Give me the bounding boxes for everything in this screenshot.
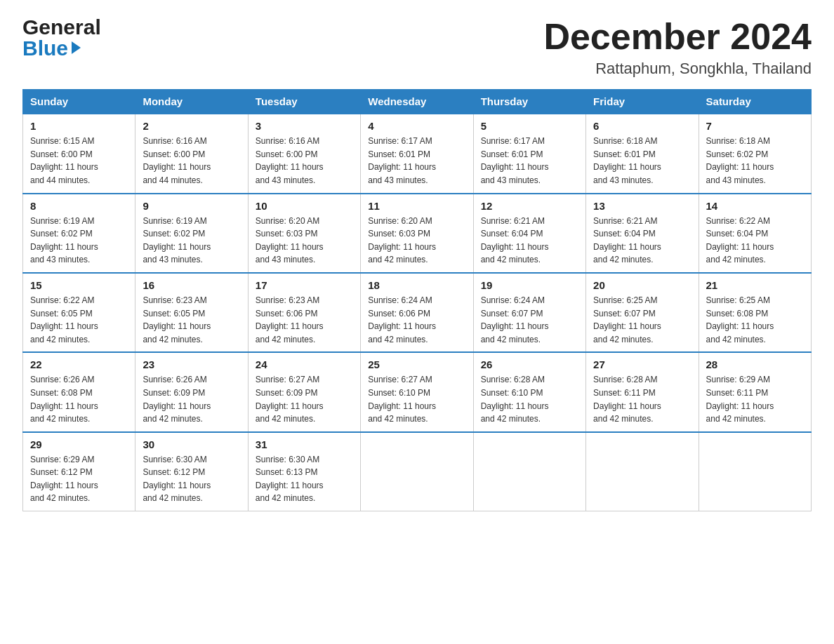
table-row: 28 Sunrise: 6:29 AM Sunset: 6:11 PM Dayl… (699, 352, 811, 431)
header-monday: Monday (135, 90, 248, 114)
logo: General Blue (22, 17, 101, 59)
table-row: 25 Sunrise: 6:27 AM Sunset: 6:10 PM Dayl… (361, 352, 473, 431)
day-number: 11 (368, 200, 465, 212)
day-info: Sunrise: 6:23 AM Sunset: 6:05 PM Dayligh… (143, 294, 240, 346)
day-info: Sunrise: 6:25 AM Sunset: 6:07 PM Dayligh… (593, 294, 691, 346)
week-row-3: 15 Sunrise: 6:22 AM Sunset: 6:05 PM Dayl… (23, 273, 812, 352)
day-info: Sunrise: 6:19 AM Sunset: 6:02 PM Dayligh… (30, 215, 128, 267)
day-info: Sunrise: 6:29 AM Sunset: 6:12 PM Dayligh… (30, 453, 128, 505)
table-row: 8 Sunrise: 6:19 AM Sunset: 6:02 PM Dayli… (23, 194, 135, 273)
page-header: General Blue December 2024 Rattaphum, So… (22, 17, 812, 78)
day-info: Sunrise: 6:23 AM Sunset: 6:06 PM Dayligh… (256, 294, 353, 346)
week-row-1: 1 Sunrise: 6:15 AM Sunset: 6:00 PM Dayli… (23, 114, 812, 193)
day-number: 23 (143, 358, 240, 370)
day-info: Sunrise: 6:26 AM Sunset: 6:09 PM Dayligh… (143, 373, 240, 425)
logo-blue: Blue (22, 38, 101, 59)
day-number: 8 (30, 200, 128, 212)
day-number: 10 (256, 200, 353, 212)
day-number: 19 (481, 279, 578, 291)
table-row: 27 Sunrise: 6:28 AM Sunset: 6:11 PM Dayl… (586, 352, 699, 431)
table-row: 15 Sunrise: 6:22 AM Sunset: 6:05 PM Dayl… (23, 273, 135, 352)
day-number: 13 (593, 200, 691, 212)
day-number: 2 (143, 120, 240, 132)
day-info: Sunrise: 6:22 AM Sunset: 6:05 PM Dayligh… (30, 294, 128, 346)
day-info: Sunrise: 6:15 AM Sunset: 6:00 PM Dayligh… (30, 135, 128, 187)
day-number: 21 (706, 279, 804, 291)
calendar-header-row: SundayMondayTuesdayWednesdayThursdayFrid… (23, 90, 812, 114)
day-info: Sunrise: 6:25 AM Sunset: 6:08 PM Dayligh… (706, 294, 804, 346)
day-info: Sunrise: 6:27 AM Sunset: 6:09 PM Dayligh… (256, 373, 353, 425)
day-number: 25 (368, 358, 465, 370)
header-wednesday: Wednesday (361, 90, 473, 114)
day-info: Sunrise: 6:24 AM Sunset: 6:07 PM Dayligh… (481, 294, 578, 346)
day-info: Sunrise: 6:16 AM Sunset: 6:00 PM Dayligh… (256, 135, 353, 187)
day-info: Sunrise: 6:20 AM Sunset: 6:03 PM Dayligh… (368, 215, 465, 267)
day-info: Sunrise: 6:30 AM Sunset: 6:12 PM Dayligh… (143, 453, 240, 505)
table-row: 3 Sunrise: 6:16 AM Sunset: 6:00 PM Dayli… (248, 114, 360, 193)
table-row: 9 Sunrise: 6:19 AM Sunset: 6:02 PM Dayli… (135, 194, 248, 273)
table-row (699, 432, 811, 511)
table-row: 17 Sunrise: 6:23 AM Sunset: 6:06 PM Dayl… (248, 273, 360, 352)
day-info: Sunrise: 6:26 AM Sunset: 6:08 PM Dayligh… (30, 373, 128, 425)
week-row-5: 29 Sunrise: 6:29 AM Sunset: 6:12 PM Dayl… (23, 432, 812, 511)
day-info: Sunrise: 6:30 AM Sunset: 6:13 PM Dayligh… (256, 453, 353, 505)
day-number: 4 (368, 120, 465, 132)
table-row: 31 Sunrise: 6:30 AM Sunset: 6:13 PM Dayl… (248, 432, 360, 511)
day-info: Sunrise: 6:18 AM Sunset: 6:02 PM Dayligh… (706, 135, 804, 187)
table-row (586, 432, 699, 511)
table-row: 19 Sunrise: 6:24 AM Sunset: 6:07 PM Dayl… (473, 273, 585, 352)
table-row (473, 432, 585, 511)
table-row: 4 Sunrise: 6:17 AM Sunset: 6:01 PM Dayli… (361, 114, 473, 193)
day-info: Sunrise: 6:21 AM Sunset: 6:04 PM Dayligh… (481, 215, 578, 267)
day-info: Sunrise: 6:19 AM Sunset: 6:02 PM Dayligh… (143, 215, 240, 267)
table-row: 11 Sunrise: 6:20 AM Sunset: 6:03 PM Dayl… (361, 194, 473, 273)
day-number: 24 (256, 358, 353, 370)
day-number: 3 (256, 120, 353, 132)
day-info: Sunrise: 6:28 AM Sunset: 6:10 PM Dayligh… (481, 373, 578, 425)
day-info: Sunrise: 6:22 AM Sunset: 6:04 PM Dayligh… (706, 215, 804, 267)
day-info: Sunrise: 6:24 AM Sunset: 6:06 PM Dayligh… (368, 294, 465, 346)
table-row: 16 Sunrise: 6:23 AM Sunset: 6:05 PM Dayl… (135, 273, 248, 352)
week-row-2: 8 Sunrise: 6:19 AM Sunset: 6:02 PM Dayli… (23, 194, 812, 273)
day-info: Sunrise: 6:17 AM Sunset: 6:01 PM Dayligh… (368, 135, 465, 187)
table-row: 21 Sunrise: 6:25 AM Sunset: 6:08 PM Dayl… (699, 273, 811, 352)
day-number: 22 (30, 358, 128, 370)
table-row: 12 Sunrise: 6:21 AM Sunset: 6:04 PM Dayl… (473, 194, 585, 273)
day-number: 7 (706, 120, 804, 132)
calendar-table: SundayMondayTuesdayWednesdayThursdayFrid… (22, 89, 812, 511)
header-tuesday: Tuesday (248, 90, 360, 114)
day-number: 31 (256, 438, 353, 450)
day-number: 15 (30, 279, 128, 291)
day-number: 17 (256, 279, 353, 291)
table-row: 1 Sunrise: 6:15 AM Sunset: 6:00 PM Dayli… (23, 114, 135, 193)
day-number: 26 (481, 358, 578, 370)
table-row (361, 432, 473, 511)
table-row: 10 Sunrise: 6:20 AM Sunset: 6:03 PM Dayl… (248, 194, 360, 273)
table-row: 7 Sunrise: 6:18 AM Sunset: 6:02 PM Dayli… (699, 114, 811, 193)
header-friday: Friday (586, 90, 699, 114)
table-row: 30 Sunrise: 6:30 AM Sunset: 6:12 PM Dayl… (135, 432, 248, 511)
location-subtitle: Rattaphum, Songkhla, Thailand (543, 60, 812, 78)
table-row: 22 Sunrise: 6:26 AM Sunset: 6:08 PM Dayl… (23, 352, 135, 431)
table-row: 14 Sunrise: 6:22 AM Sunset: 6:04 PM Dayl… (699, 194, 811, 273)
month-title: December 2024 (543, 17, 812, 57)
table-row: 18 Sunrise: 6:24 AM Sunset: 6:06 PM Dayl… (361, 273, 473, 352)
header-thursday: Thursday (473, 90, 585, 114)
day-info: Sunrise: 6:21 AM Sunset: 6:04 PM Dayligh… (593, 215, 691, 267)
table-row: 5 Sunrise: 6:17 AM Sunset: 6:01 PM Dayli… (473, 114, 585, 193)
day-info: Sunrise: 6:29 AM Sunset: 6:11 PM Dayligh… (706, 373, 804, 425)
day-number: 12 (481, 200, 578, 212)
day-number: 30 (143, 438, 240, 450)
table-row: 26 Sunrise: 6:28 AM Sunset: 6:10 PM Dayl… (473, 352, 585, 431)
day-number: 29 (30, 438, 128, 450)
title-area: December 2024 Rattaphum, Songkhla, Thail… (543, 17, 812, 78)
logo-arrow-icon (72, 41, 81, 54)
table-row: 2 Sunrise: 6:16 AM Sunset: 6:00 PM Dayli… (135, 114, 248, 193)
day-info: Sunrise: 6:17 AM Sunset: 6:01 PM Dayligh… (481, 135, 578, 187)
table-row: 20 Sunrise: 6:25 AM Sunset: 6:07 PM Dayl… (586, 273, 699, 352)
day-info: Sunrise: 6:27 AM Sunset: 6:10 PM Dayligh… (368, 373, 465, 425)
header-sunday: Sunday (23, 90, 135, 114)
day-number: 6 (593, 120, 691, 132)
week-row-4: 22 Sunrise: 6:26 AM Sunset: 6:08 PM Dayl… (23, 352, 812, 431)
day-number: 20 (593, 279, 691, 291)
